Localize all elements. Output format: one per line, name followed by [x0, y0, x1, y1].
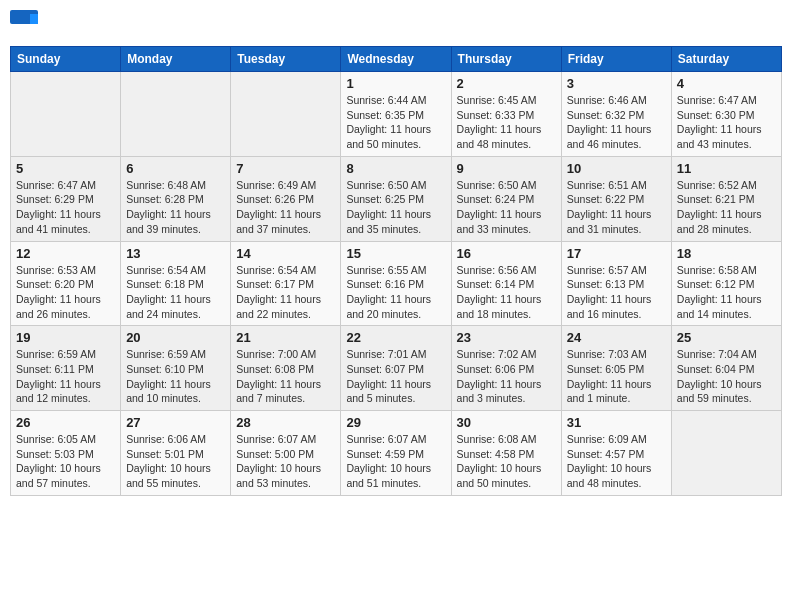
calendar-day-cell: 19Sunrise: 6:59 AMSunset: 6:11 PMDayligh…	[11, 326, 121, 411]
day-info: Sunrise: 6:58 AMSunset: 6:12 PMDaylight:…	[677, 263, 776, 322]
calendar-day-cell: 6Sunrise: 6:48 AMSunset: 6:28 PMDaylight…	[121, 156, 231, 241]
day-info: Sunrise: 6:59 AMSunset: 6:10 PMDaylight:…	[126, 347, 225, 406]
svg-marker-2	[30, 14, 38, 24]
calendar-day-cell	[671, 411, 781, 496]
day-info: Sunrise: 6:47 AMSunset: 6:29 PMDaylight:…	[16, 178, 115, 237]
weekday-header-cell: Tuesday	[231, 47, 341, 72]
calendar-day-cell: 15Sunrise: 6:55 AMSunset: 6:16 PMDayligh…	[341, 241, 451, 326]
weekday-header-row: SundayMondayTuesdayWednesdayThursdayFrid…	[11, 47, 782, 72]
weekday-header-cell: Saturday	[671, 47, 781, 72]
calendar-day-cell: 31Sunrise: 6:09 AMSunset: 4:57 PMDayligh…	[561, 411, 671, 496]
day-number: 10	[567, 161, 666, 176]
day-number: 1	[346, 76, 445, 91]
day-info: Sunrise: 6:49 AMSunset: 6:26 PMDaylight:…	[236, 178, 335, 237]
calendar-week-row: 12Sunrise: 6:53 AMSunset: 6:20 PMDayligh…	[11, 241, 782, 326]
day-number: 5	[16, 161, 115, 176]
day-number: 21	[236, 330, 335, 345]
day-info: Sunrise: 6:52 AMSunset: 6:21 PMDaylight:…	[677, 178, 776, 237]
calendar-day-cell	[231, 72, 341, 157]
calendar-day-cell: 5Sunrise: 6:47 AMSunset: 6:29 PMDaylight…	[11, 156, 121, 241]
weekday-header-cell: Sunday	[11, 47, 121, 72]
calendar-week-row: 1Sunrise: 6:44 AMSunset: 6:35 PMDaylight…	[11, 72, 782, 157]
day-info: Sunrise: 6:59 AMSunset: 6:11 PMDaylight:…	[16, 347, 115, 406]
day-info: Sunrise: 6:48 AMSunset: 6:28 PMDaylight:…	[126, 178, 225, 237]
day-info: Sunrise: 6:50 AMSunset: 6:25 PMDaylight:…	[346, 178, 445, 237]
calendar-day-cell: 26Sunrise: 6:05 AMSunset: 5:03 PMDayligh…	[11, 411, 121, 496]
day-number: 3	[567, 76, 666, 91]
day-info: Sunrise: 7:00 AMSunset: 6:08 PMDaylight:…	[236, 347, 335, 406]
day-info: Sunrise: 6:57 AMSunset: 6:13 PMDaylight:…	[567, 263, 666, 322]
calendar-day-cell: 14Sunrise: 6:54 AMSunset: 6:17 PMDayligh…	[231, 241, 341, 326]
day-info: Sunrise: 6:05 AMSunset: 5:03 PMDaylight:…	[16, 432, 115, 491]
day-number: 18	[677, 246, 776, 261]
calendar-day-cell: 1Sunrise: 6:44 AMSunset: 6:35 PMDaylight…	[341, 72, 451, 157]
calendar-day-cell: 29Sunrise: 6:07 AMSunset: 4:59 PMDayligh…	[341, 411, 451, 496]
day-info: Sunrise: 6:07 AMSunset: 5:00 PMDaylight:…	[236, 432, 335, 491]
calendar-day-cell: 8Sunrise: 6:50 AMSunset: 6:25 PMDaylight…	[341, 156, 451, 241]
day-info: Sunrise: 7:04 AMSunset: 6:04 PMDaylight:…	[677, 347, 776, 406]
day-number: 25	[677, 330, 776, 345]
calendar-week-row: 19Sunrise: 6:59 AMSunset: 6:11 PMDayligh…	[11, 326, 782, 411]
day-info: Sunrise: 6:08 AMSunset: 4:58 PMDaylight:…	[457, 432, 556, 491]
day-number: 29	[346, 415, 445, 430]
day-number: 17	[567, 246, 666, 261]
calendar-day-cell: 27Sunrise: 6:06 AMSunset: 5:01 PMDayligh…	[121, 411, 231, 496]
day-info: Sunrise: 6:44 AMSunset: 6:35 PMDaylight:…	[346, 93, 445, 152]
logo	[10, 10, 40, 38]
weekday-header-cell: Friday	[561, 47, 671, 72]
day-info: Sunrise: 6:06 AMSunset: 5:01 PMDaylight:…	[126, 432, 225, 491]
calendar-day-cell: 3Sunrise: 6:46 AMSunset: 6:32 PMDaylight…	[561, 72, 671, 157]
calendar-day-cell	[11, 72, 121, 157]
day-info: Sunrise: 7:03 AMSunset: 6:05 PMDaylight:…	[567, 347, 666, 406]
calendar-week-row: 26Sunrise: 6:05 AMSunset: 5:03 PMDayligh…	[11, 411, 782, 496]
day-number: 22	[346, 330, 445, 345]
day-number: 15	[346, 246, 445, 261]
day-info: Sunrise: 6:53 AMSunset: 6:20 PMDaylight:…	[16, 263, 115, 322]
day-info: Sunrise: 6:55 AMSunset: 6:16 PMDaylight:…	[346, 263, 445, 322]
calendar-day-cell: 9Sunrise: 6:50 AMSunset: 6:24 PMDaylight…	[451, 156, 561, 241]
day-number: 6	[126, 161, 225, 176]
day-number: 26	[16, 415, 115, 430]
calendar-day-cell: 10Sunrise: 6:51 AMSunset: 6:22 PMDayligh…	[561, 156, 671, 241]
day-number: 20	[126, 330, 225, 345]
day-number: 7	[236, 161, 335, 176]
calendar-day-cell: 4Sunrise: 6:47 AMSunset: 6:30 PMDaylight…	[671, 72, 781, 157]
day-info: Sunrise: 7:01 AMSunset: 6:07 PMDaylight:…	[346, 347, 445, 406]
day-info: Sunrise: 6:56 AMSunset: 6:14 PMDaylight:…	[457, 263, 556, 322]
calendar-day-cell: 28Sunrise: 6:07 AMSunset: 5:00 PMDayligh…	[231, 411, 341, 496]
calendar-day-cell: 23Sunrise: 7:02 AMSunset: 6:06 PMDayligh…	[451, 326, 561, 411]
day-number: 19	[16, 330, 115, 345]
day-info: Sunrise: 6:50 AMSunset: 6:24 PMDaylight:…	[457, 178, 556, 237]
day-number: 11	[677, 161, 776, 176]
calendar-day-cell: 16Sunrise: 6:56 AMSunset: 6:14 PMDayligh…	[451, 241, 561, 326]
day-info: Sunrise: 6:09 AMSunset: 4:57 PMDaylight:…	[567, 432, 666, 491]
calendar-day-cell: 24Sunrise: 7:03 AMSunset: 6:05 PMDayligh…	[561, 326, 671, 411]
day-info: Sunrise: 6:07 AMSunset: 4:59 PMDaylight:…	[346, 432, 445, 491]
day-info: Sunrise: 6:54 AMSunset: 6:17 PMDaylight:…	[236, 263, 335, 322]
weekday-header-cell: Wednesday	[341, 47, 451, 72]
day-number: 30	[457, 415, 556, 430]
day-info: Sunrise: 6:45 AMSunset: 6:33 PMDaylight:…	[457, 93, 556, 152]
day-info: Sunrise: 6:47 AMSunset: 6:30 PMDaylight:…	[677, 93, 776, 152]
day-number: 2	[457, 76, 556, 91]
calendar-week-row: 5Sunrise: 6:47 AMSunset: 6:29 PMDaylight…	[11, 156, 782, 241]
calendar-day-cell: 11Sunrise: 6:52 AMSunset: 6:21 PMDayligh…	[671, 156, 781, 241]
day-info: Sunrise: 6:54 AMSunset: 6:18 PMDaylight:…	[126, 263, 225, 322]
day-number: 13	[126, 246, 225, 261]
calendar-day-cell: 13Sunrise: 6:54 AMSunset: 6:18 PMDayligh…	[121, 241, 231, 326]
logo-icon	[10, 10, 38, 38]
day-number: 12	[16, 246, 115, 261]
day-number: 31	[567, 415, 666, 430]
weekday-header-cell: Thursday	[451, 47, 561, 72]
calendar-table: SundayMondayTuesdayWednesdayThursdayFrid…	[10, 46, 782, 496]
calendar-body: 1Sunrise: 6:44 AMSunset: 6:35 PMDaylight…	[11, 72, 782, 496]
day-number: 28	[236, 415, 335, 430]
calendar-day-cell: 7Sunrise: 6:49 AMSunset: 6:26 PMDaylight…	[231, 156, 341, 241]
day-number: 14	[236, 246, 335, 261]
calendar-day-cell: 30Sunrise: 6:08 AMSunset: 4:58 PMDayligh…	[451, 411, 561, 496]
calendar-day-cell: 2Sunrise: 6:45 AMSunset: 6:33 PMDaylight…	[451, 72, 561, 157]
day-number: 8	[346, 161, 445, 176]
calendar-day-cell: 20Sunrise: 6:59 AMSunset: 6:10 PMDayligh…	[121, 326, 231, 411]
calendar-day-cell: 12Sunrise: 6:53 AMSunset: 6:20 PMDayligh…	[11, 241, 121, 326]
calendar-day-cell: 25Sunrise: 7:04 AMSunset: 6:04 PMDayligh…	[671, 326, 781, 411]
